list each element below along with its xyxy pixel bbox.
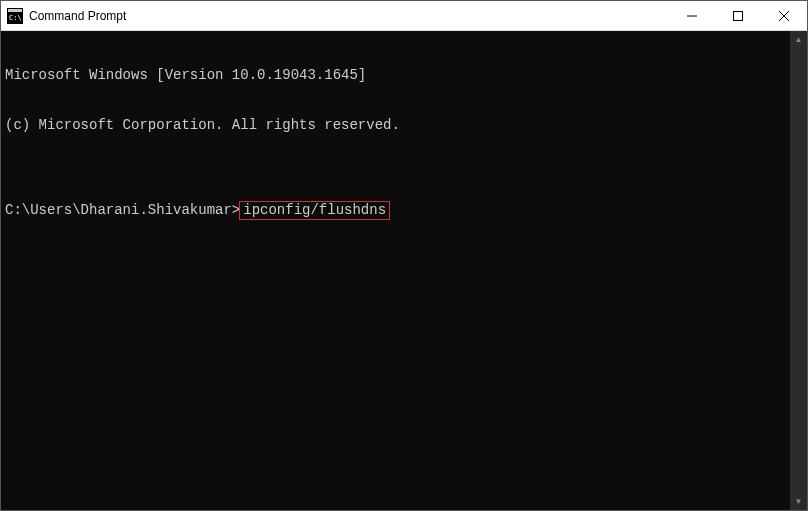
content-area: Microsoft Windows [Version 10.0.19043.16… <box>1 31 807 510</box>
command-prompt-window: C:\ Command Prompt Microsoft Windows [Ve… <box>0 0 808 511</box>
typed-command: ipconfig/flushdns <box>243 202 386 218</box>
cmd-icon: C:\ <box>7 8 23 24</box>
window-title: Command Prompt <box>29 9 126 23</box>
minimize-button[interactable] <box>669 1 715 31</box>
prompt-path: C:\Users\Dharani.Shivakumar> <box>5 202 240 219</box>
titlebar[interactable]: C:\ Command Prompt <box>1 1 807 31</box>
svg-text:C:\: C:\ <box>9 14 22 22</box>
close-button[interactable] <box>761 1 807 31</box>
svg-rect-4 <box>734 12 743 21</box>
window-controls <box>669 1 807 31</box>
terminal-output[interactable]: Microsoft Windows [Version 10.0.19043.16… <box>1 31 790 510</box>
command-highlight: ipconfig/flushdns <box>239 201 390 220</box>
svg-rect-1 <box>8 9 22 12</box>
scroll-track[interactable] <box>790 48 807 493</box>
prompt-line: C:\Users\Dharani.Shivakumar>ipconfig/flu… <box>5 201 786 220</box>
maximize-button[interactable] <box>715 1 761 31</box>
version-line: Microsoft Windows [Version 10.0.19043.16… <box>5 67 786 84</box>
scroll-down-button[interactable]: ▼ <box>790 493 807 510</box>
scroll-up-button[interactable]: ▲ <box>790 31 807 48</box>
vertical-scrollbar[interactable]: ▲ ▼ <box>790 31 807 510</box>
copyright-line: (c) Microsoft Corporation. All rights re… <box>5 117 786 134</box>
